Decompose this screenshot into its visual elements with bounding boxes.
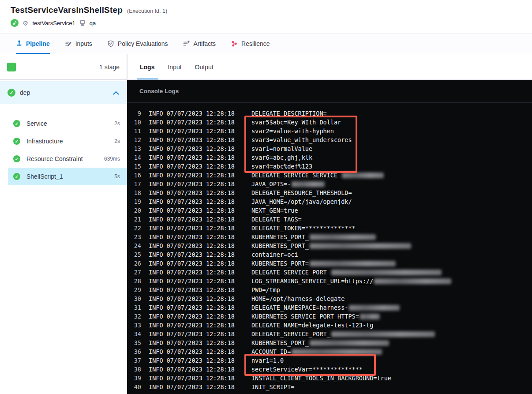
log-level: INFO (149, 145, 163, 152)
stage-name: dep (20, 89, 30, 96)
log-timestamp: 07/07/2023 12:28:18 (167, 366, 235, 373)
main-content: 1 stage ✓ dep ✓Service2s✓Infrastructure2… (0, 54, 532, 394)
redacted-text (374, 278, 451, 284)
log-line-number: 34 (131, 330, 141, 338)
step-name: Resource Constraint (26, 155, 83, 162)
log-row: 17INFO07/07/2023 12:28:18JAVA_OPTS=- (127, 180, 532, 188)
service-name: testVarsService1 (32, 20, 75, 26)
log-message: HOME=/opt/harness-delegate (251, 295, 345, 302)
log-timestamp: 07/07/2023 12:28:18 (167, 136, 235, 143)
chevron-up-icon[interactable] (113, 91, 119, 95)
execution-meta: ⚙ testVarsService1 qa (11, 19, 532, 27)
log-text: DELEGATE_SERVICE_SERVICE_ (251, 172, 341, 179)
log-line-number: 13 (131, 145, 141, 152)
log-level: INFO (149, 136, 163, 143)
log-line-number: 30 (131, 295, 141, 302)
tab-resilience[interactable]: Resilience (231, 34, 270, 54)
log-message: DELEGATE_TAGS= (251, 216, 302, 223)
log-message: KUBERNETES_PORT= (251, 260, 396, 267)
log-line-number: 25 (131, 251, 141, 258)
log-tab-logs[interactable]: Logs (140, 54, 154, 79)
tab-inputs[interactable]: Inputs (65, 34, 92, 54)
log-text: LOG_STREAMING_SERVICE_URL= (251, 278, 345, 285)
log-level: INFO (149, 339, 163, 346)
log-row: 38INFO07/07/2023 12:28:18secretServiceVa… (127, 365, 532, 374)
stage-group-dep[interactable]: ✓ dep (0, 81, 127, 104)
redacted-text (292, 181, 325, 187)
redacted-text (310, 234, 376, 240)
step-service[interactable]: ✓Service2s (8, 115, 127, 132)
log-level: INFO (149, 330, 163, 338)
tab-pipeline[interactable]: Pipeline (16, 34, 50, 54)
log-line-number: 10 (131, 119, 141, 126)
log-message: svar6=abc,ghj,klk (251, 154, 312, 161)
log-row: 31INFO07/07/2023 12:28:18DELEGATE_NAMESP… (127, 303, 532, 312)
log-timestamp: 07/07/2023 12:28:18 (167, 163, 235, 170)
nav-tabs: PipelineInputsPolicy EvaluationsArtifact… (0, 34, 532, 54)
log-timestamp: 07/07/2023 12:28:18 (167, 233, 235, 240)
log-line-number: 26 (131, 260, 141, 267)
policy-icon (107, 40, 114, 47)
log-message: svar1=normalValue (251, 145, 312, 152)
log-level: INFO (149, 366, 163, 373)
log-text: JAVA_OPTS=- (251, 180, 291, 188)
log-line-number: 33 (131, 322, 141, 329)
log-line-number: 12 (131, 136, 141, 143)
check-circle-icon: ✓ (13, 173, 20, 180)
log-timestamp: 07/07/2023 12:28:18 (167, 154, 235, 161)
environment-icon (79, 20, 86, 26)
stage-status-square (7, 63, 16, 71)
log-tab-output[interactable]: Output (195, 54, 214, 79)
pipeline-icon (16, 40, 22, 47)
log-level: INFO (149, 128, 163, 135)
log-level: INFO (149, 180, 163, 188)
log-line-number: 35 (131, 339, 141, 346)
step-infrastructure[interactable]: ✓Infrastructure2s (8, 132, 127, 150)
log-timestamp: 07/07/2023 12:28:18 (167, 330, 235, 338)
log-message: DELEGATE_RESOURCE_THRESHOLD= (251, 189, 352, 196)
console: Console Logs 9INFO07/07/2023 12:28:18DEL… (127, 80, 532, 394)
log-row: 21INFO07/07/2023 12:28:18DELEGATE_TAGS= (127, 215, 532, 224)
tab-policy-evaluations[interactable]: Policy Evaluations (107, 34, 168, 54)
log-line-number: 14 (131, 154, 141, 161)
redacted-text (342, 173, 384, 178)
check-circle-icon: ✓ (13, 138, 20, 145)
log-timestamp: 07/07/2023 12:28:18 (167, 339, 235, 346)
tab-artifacts[interactable]: Artifacts (183, 34, 216, 54)
console-logs-header: Console Logs (127, 80, 532, 103)
log-message: PWD=/tmp (251, 286, 280, 293)
log-level: INFO (149, 154, 163, 161)
step-name: ShellScript_1 (26, 173, 63, 180)
log-timestamp: 07/07/2023 12:28:18 (167, 278, 235, 285)
log-row: 10INFO07/07/2023 12:28:18svar5$abc=Key_W… (127, 118, 532, 127)
step-shellscript-1[interactable]: ✓ShellScript_15s (8, 168, 127, 185)
log-text: svar3=value_with_underscores (251, 136, 352, 143)
step-resource-constraint[interactable]: ✓Resource Constraint639ms (8, 150, 127, 168)
pipeline-success-icon (11, 19, 19, 27)
log-line-number: 15 (131, 163, 141, 170)
log-link[interactable]: https:// (345, 278, 373, 285)
log-line-number: 21 (131, 216, 141, 223)
log-timestamp: 07/07/2023 12:28:18 (167, 348, 235, 355)
log-message: INSTALL_CLIENT_TOOLS_IN_BACKGROUND=true (251, 375, 391, 382)
log-line-number: 38 (131, 366, 141, 373)
log-level: INFO (149, 278, 163, 285)
log-tab-input[interactable]: Input (168, 54, 181, 79)
log-row: 15INFO07/07/2023 12:28:18svar4=abc%def%1… (127, 162, 532, 171)
log-message: svar2=value-with-hyphen (251, 128, 334, 135)
log-level: INFO (149, 233, 163, 240)
log-message: ACCOUNT_ID= (251, 348, 382, 355)
log-row: 9INFO07/07/2023 12:28:18DELEGATE_DESCRIP… (127, 109, 532, 118)
log-text: KUBERNETES_PORT_ (251, 233, 309, 240)
log-line-number: 11 (131, 128, 141, 135)
log-text: NEXT_GEN=true (251, 207, 298, 214)
log-line-number: 27 (131, 269, 141, 276)
log-text: KUBERNETES_PORT_ (251, 242, 309, 249)
step-duration: 639ms (104, 156, 120, 162)
redacted-text (360, 314, 380, 319)
log-row: 24INFO07/07/2023 12:28:18KUBERNETES_PORT… (127, 241, 532, 250)
log-line-number: 31 (131, 304, 141, 311)
log-text: nvar1=1.0 (251, 357, 284, 364)
log-text: svar4=abc%def%123 (251, 163, 312, 170)
log-line-number: 18 (131, 189, 141, 196)
